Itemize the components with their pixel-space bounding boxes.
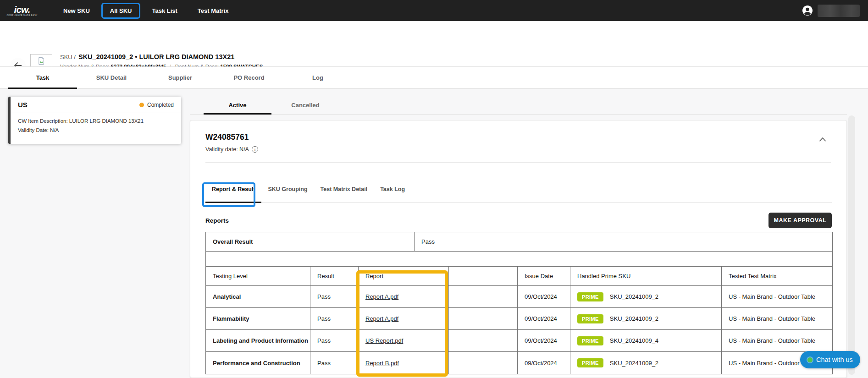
tab-po-record[interactable]: PO Record — [215, 67, 283, 88]
workflow-tabbar: Active Cancelled — [190, 96, 847, 115]
col-issue-date: Issue Date — [518, 267, 570, 285]
report-pdf-link[interactable]: Report A.pdf — [365, 315, 398, 322]
tab-task[interactable]: Task — [8, 67, 77, 88]
topbar-user-area — [802, 5, 860, 17]
prime-sku-value: SKU_20241009_4 — [610, 337, 658, 344]
subtab-test-matrix-detail[interactable]: Test Matrix Detail — [314, 175, 374, 203]
handled-prime-sku-cell: PRIME SKU_20241009_4 — [570, 330, 722, 351]
reports-section-title: Reports — [205, 217, 229, 224]
cw-item-description: CW Item Description: LUILOR LRG DIAMOND … — [18, 117, 174, 125]
task-card-body: CW Item Description: LUILOR LRG DIAMOND … — [11, 113, 181, 138]
handled-prime-sku-cell: PRIME SKU_20241009_2 — [570, 352, 722, 374]
report-subtab-bar: Report & Result SKU Grouping Test Matrix… — [205, 175, 832, 203]
tab-log[interactable]: Log — [283, 67, 352, 88]
test-matrix-cell: US - Main Brand - Outdoor Table — [722, 286, 832, 307]
top-navigation-bar: icw. compliance made easy New SKU All SK… — [0, 0, 868, 21]
task-status: Completed — [139, 102, 174, 108]
handled-prime-sku-cell: PRIME SKU_20241009_2 — [570, 286, 722, 307]
subtab-sku-grouping[interactable]: SKU Grouping — [261, 175, 314, 203]
col-report: Report — [359, 267, 449, 285]
validity-date: Validity Date: N/A — [18, 126, 174, 134]
issue-date-cell: 09/Oct/2024 — [518, 308, 570, 329]
table-row: Performance and Construction Pass Report… — [206, 352, 832, 374]
prime-badge: PRIME — [577, 292, 603, 301]
empty-cell — [449, 286, 518, 307]
status-label: Completed — [147, 102, 174, 108]
breadcrumb: SKU / SKU_20241009_2 • LUILOR LRG DIAMON… — [60, 53, 376, 60]
testing-level-cell: Analytical — [206, 286, 310, 307]
collapse-card-button[interactable] — [819, 137, 826, 142]
user-avatar-icon[interactable] — [802, 5, 813, 16]
table-row: Flammability Pass Report A.pdf 09/Oct/20… — [206, 308, 832, 330]
prime-badge: PRIME — [577, 358, 603, 367]
logo-text: icw. — [14, 5, 30, 14]
page-title: SKU_20241009_2 • LUILOR LRG DIAMOND 13X2… — [78, 53, 234, 60]
result-cell: Pass — [310, 308, 359, 329]
test-matrix-cell: US - Main Brand - Outdoor Table — [722, 308, 832, 329]
testing-level-cell: Performance and Construction — [206, 352, 310, 374]
col-result: Result — [310, 267, 359, 285]
prime-sku-value: SKU_20241009_2 — [610, 360, 658, 367]
status-dot-icon — [139, 103, 144, 107]
sku-detail-tabbar: Task SKU Detail Supplier PO Record Log — [0, 66, 868, 89]
task-card-us[interactable]: US Completed CW Item Description: LUILOR… — [8, 97, 181, 144]
prime-sku-value: SKU_20241009_2 — [610, 293, 658, 300]
nav-item-new-sku[interactable]: New SKU — [53, 4, 100, 18]
prime-sku-value: SKU_20241009_2 — [610, 315, 658, 322]
prime-badge: PRIME — [577, 314, 603, 323]
breadcrumb-prefix[interactable]: SKU / — [60, 54, 76, 60]
tab-sku-detail[interactable]: SKU Detail — [77, 67, 146, 88]
testing-level-cell: Flammability — [206, 308, 310, 329]
nav-item-task-list[interactable]: Task List — [142, 4, 187, 18]
broken-image-icon — [37, 57, 45, 65]
issue-date-cell: 09/Oct/2024 — [518, 330, 570, 351]
reports-toolbar: Reports MAKE APPROVAL — [205, 212, 832, 229]
reports-table: Overall Result Pass Testing Level Result… — [205, 232, 833, 374]
info-icon[interactable] — [252, 146, 258, 153]
task-country-title: US — [18, 101, 28, 109]
redacted-username — [818, 5, 860, 17]
handled-prime-sku-cell: PRIME SKU_20241009_2 — [570, 308, 722, 329]
spacer-cell — [206, 252, 832, 266]
report-pdf-link[interactable]: US Report.pdf — [365, 337, 403, 344]
report-pdf-link[interactable]: Report A.pdf — [365, 293, 398, 300]
table-spacer-row — [206, 252, 832, 267]
overall-result-label: Overall Result — [206, 232, 415, 251]
prime-badge: PRIME — [577, 336, 603, 345]
report-pdf-link[interactable]: Report B.pdf — [365, 360, 399, 367]
scrollbar[interactable] — [848, 115, 855, 375]
tab-active[interactable]: Active — [204, 96, 271, 114]
table-header-row: Testing Level Result Report Issue Date H… — [206, 267, 832, 286]
workflow-id: W24085761 — [205, 132, 831, 142]
testing-level-cell: Labeling and Product Information — [206, 330, 310, 351]
col-handled-prime-sku: Handled Prime SKU — [570, 267, 722, 285]
subtab-task-log[interactable]: Task Log — [374, 175, 411, 203]
result-cell: Pass — [310, 330, 359, 351]
nav-item-all-sku-highlighted[interactable]: All SKU — [101, 3, 141, 19]
tab-supplier[interactable]: Supplier — [146, 67, 215, 88]
result-cell: Pass — [310, 352, 359, 374]
task-card-header: US Completed — [11, 97, 181, 113]
workflow-report-card: W24085761 Validity date: N/A Report & Re… — [190, 120, 847, 378]
workflow-validity: Validity date: N/A — [205, 146, 831, 153]
col-tested-test-matrix: Tested Test Matrix — [722, 267, 832, 285]
make-approval-button[interactable]: MAKE APPROVAL — [768, 213, 832, 228]
online-status-dot-icon — [807, 357, 813, 362]
table-row: Labeling and Product Information Pass US… — [206, 330, 832, 352]
empty-cell — [449, 308, 518, 329]
app-logo[interactable]: icw. compliance made easy — [7, 5, 37, 16]
chat-with-us-button[interactable]: Chat with us — [800, 351, 860, 368]
overall-result-row: Overall Result Pass — [206, 232, 832, 252]
col-empty — [449, 267, 518, 285]
table-row: Analytical Pass Report A.pdf 09/Oct/2024… — [206, 286, 832, 308]
empty-cell — [449, 352, 518, 374]
tab-cancelled[interactable]: Cancelled — [271, 96, 339, 114]
chevron-up-icon — [819, 137, 826, 142]
nav-item-test-matrix[interactable]: Test Matrix — [188, 4, 239, 18]
test-matrix-cell: US - Main Brand - Outdoor Table — [722, 330, 832, 351]
subtab-report-result[interactable]: Report & Result — [205, 175, 261, 203]
report-card-header: W24085761 Validity date: N/A — [190, 121, 846, 163]
result-cell: Pass — [310, 286, 359, 307]
logo-tagline: compliance made easy — [6, 14, 37, 16]
issue-date-cell: 09/Oct/2024 — [518, 352, 570, 374]
